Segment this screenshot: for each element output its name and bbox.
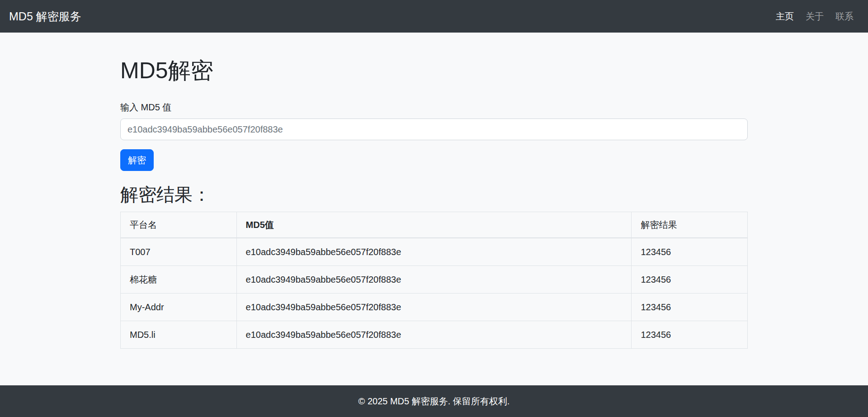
header-platform: 平台名 — [121, 212, 237, 238]
table-row: T007 e10adc3949ba59abbe56e057f20f883e 12… — [121, 238, 748, 266]
header-md5: MD5值 — [236, 212, 632, 238]
results-heading: 解密结果： — [120, 184, 748, 205]
results-table-head: 平台名 MD5值 解密结果 — [121, 212, 748, 238]
navbar-brand[interactable]: MD5 解密服务 — [9, 9, 81, 24]
table-row: MD5.li e10adc3949ba59abbe56e057f20f883e … — [121, 321, 748, 349]
navbar: MD5 解密服务 主页 关于 联系 — [0, 0, 868, 33]
cell-md5: e10adc3949ba59abbe56e057f20f883e — [236, 266, 632, 294]
decrypt-button[interactable]: 解密 — [120, 149, 154, 171]
nav-link-about[interactable]: 关于 — [800, 6, 830, 27]
results-table: 平台名 MD5值 解密结果 T007 e10adc3949ba59abbe56e… — [120, 212, 748, 349]
md5-input-label: 输入 MD5 值 — [120, 100, 748, 114]
cell-platform: T007 — [121, 238, 237, 266]
results-table-body: T007 e10adc3949ba59abbe56e057f20f883e 12… — [121, 238, 748, 349]
cell-result: 123456 — [632, 321, 748, 349]
md5-input[interactable] — [120, 118, 748, 140]
page-title: MD5解密 — [120, 57, 748, 84]
cell-md5: e10adc3949ba59abbe56e057f20f883e — [236, 238, 632, 266]
nav-link-home[interactable]: 主页 — [770, 6, 800, 27]
table-row: 棉花糖 e10adc3949ba59abbe56e057f20f883e 123… — [121, 266, 748, 294]
cell-platform: MD5.li — [121, 321, 237, 349]
cell-result: 123456 — [632, 238, 748, 266]
table-header-row: 平台名 MD5值 解密结果 — [121, 212, 748, 238]
cell-md5: e10adc3949ba59abbe56e057f20f883e — [236, 321, 632, 349]
footer-text: © 2025 MD5 解密服务. 保留所有权利. — [359, 395, 510, 408]
nav-link-contact[interactable]: 联系 — [830, 6, 854, 27]
page: MD5 解密服务 主页 关于 联系 MD5解密 输入 MD5 值 解密 解密结果… — [0, 0, 868, 417]
cell-result: 123456 — [632, 294, 748, 321]
cell-platform: My-Addr — [121, 294, 237, 321]
cell-result: 123456 — [632, 266, 748, 294]
header-result: 解密结果 — [632, 212, 748, 238]
navbar-links: 主页 关于 联系 — [770, 6, 854, 27]
site-footer: © 2025 MD5 解密服务. 保留所有权利. — [0, 385, 868, 417]
main-content: MD5解密 输入 MD5 值 解密 解密结果： 平台名 MD5值 解密结果 T0… — [120, 33, 748, 385]
cell-platform: 棉花糖 — [121, 266, 237, 294]
cell-md5: e10adc3949ba59abbe56e057f20f883e — [236, 294, 632, 321]
table-row: My-Addr e10adc3949ba59abbe56e057f20f883e… — [121, 294, 748, 321]
